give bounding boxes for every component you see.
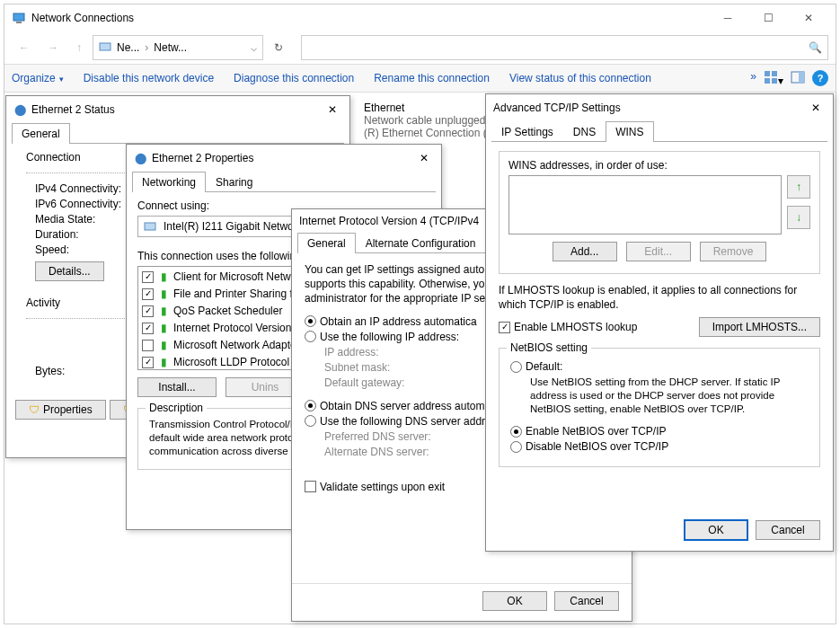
ok-button[interactable]: OK xyxy=(482,591,547,611)
protocol-icon: ▮ xyxy=(157,287,170,300)
up-icon[interactable]: ↑ xyxy=(69,38,89,57)
dialog-title: Ethernet 2 Status xyxy=(31,103,323,116)
shield-icon: 🛡 xyxy=(29,403,40,416)
validate-checkbox[interactable] xyxy=(305,481,316,492)
window-title: Network Connections xyxy=(31,12,708,24)
preview-pane-icon[interactable] xyxy=(791,70,805,87)
item-label: Microsoft Network Adapte xyxy=(173,339,296,351)
tab-general[interactable]: General xyxy=(297,233,356,253)
titlebar: Network Connections ─ ☐ ✕ xyxy=(4,4,836,31)
breadcrumb-part[interactable]: Netw... xyxy=(154,41,187,54)
minimize-button[interactable]: ─ xyxy=(708,5,747,31)
cancel-button[interactable]: Cancel xyxy=(756,520,820,540)
group-legend: Connection xyxy=(22,151,84,164)
netbios-enable-radio[interactable] xyxy=(510,426,522,438)
svg-rect-4 xyxy=(772,71,777,76)
install-button[interactable]: Install... xyxy=(137,377,217,397)
tab-general[interactable]: General xyxy=(12,123,70,144)
search-icon: 🔍 xyxy=(809,41,822,54)
rename-button[interactable]: Rename this connection xyxy=(374,72,490,84)
details-button[interactable]: Details... xyxy=(35,261,104,281)
close-icon[interactable]: ✕ xyxy=(414,150,434,166)
protocol-icon: ▮ xyxy=(157,322,170,334)
tab-dns[interactable]: DNS xyxy=(563,121,606,142)
svg-rect-8 xyxy=(799,72,804,83)
protocol-icon: ▮ xyxy=(157,305,170,317)
remove-button: Remove xyxy=(700,242,767,261)
item-checkbox[interactable] xyxy=(142,357,154,368)
properties-button[interactable]: 🛡Properties xyxy=(15,400,106,420)
group-legend: NetBIOS setting xyxy=(507,341,591,354)
item-checkbox[interactable] xyxy=(142,305,154,317)
move-up-button[interactable]: ↑ xyxy=(787,175,810,199)
chevron-right-icon: › xyxy=(145,41,148,54)
view-icon[interactable]: ▾ xyxy=(764,70,783,87)
add-button[interactable]: Add... xyxy=(553,242,617,261)
svg-rect-3 xyxy=(765,71,770,76)
item-label: File and Printer Sharing fo xyxy=(173,287,298,300)
dialog-title: Ethernet 2 Properties xyxy=(152,152,414,164)
view-status-button[interactable]: View status of this connection xyxy=(509,72,651,84)
search-input[interactable]: 🔍 xyxy=(301,35,828,60)
move-down-button[interactable]: ↓ xyxy=(787,206,810,229)
svg-rect-0 xyxy=(13,13,24,21)
diagnose-button[interactable]: Diagnose this connection xyxy=(234,72,354,84)
tab-sharing[interactable]: Sharing xyxy=(206,172,262,192)
breadcrumb[interactable]: Ne... › Netw... ⌵ xyxy=(93,35,263,60)
forward-icon: → xyxy=(40,38,66,57)
item-checkbox[interactable] xyxy=(142,271,154,283)
label: Speed: xyxy=(35,243,69,256)
cancel-button[interactable]: Cancel xyxy=(554,591,619,611)
list-item[interactable]: Ethernet Network cable unplugged (R) Eth… xyxy=(364,102,496,139)
adapter-icon: ⬤ xyxy=(13,103,26,116)
netbios-default-desc: Use NetBIOS setting from the DHCP server… xyxy=(530,376,809,416)
netbios-disable-radio[interactable] xyxy=(510,441,522,453)
refresh-icon[interactable]: ↻ xyxy=(267,38,290,57)
close-button[interactable]: ✕ xyxy=(789,5,828,31)
item-checkbox[interactable] xyxy=(142,323,154,334)
label: Duration: xyxy=(35,228,79,241)
command-bar: Organize Disable this network device Dia… xyxy=(4,64,836,93)
label: WINS addresses, in order of use: xyxy=(508,159,810,172)
disable-device-button[interactable]: Disable this network device xyxy=(84,72,214,84)
back-icon[interactable]: ← xyxy=(12,38,37,57)
help-icon[interactable]: ? xyxy=(812,70,828,86)
label: IPv6 Connectivity: xyxy=(35,198,121,210)
item-label: Client for Microsoft Network xyxy=(173,270,305,283)
obtain-dns-radio[interactable] xyxy=(305,400,316,411)
obtain-ip-radio[interactable] xyxy=(305,315,316,327)
import-lmhosts-button[interactable]: Import LMHOSTS... xyxy=(699,317,820,337)
app-icon xyxy=(12,11,26,25)
item-label: Microsoft LLDP Protocol xyxy=(173,356,289,368)
label: Media State: xyxy=(35,213,95,226)
breadcrumb-part[interactable]: Ne... xyxy=(117,41,139,54)
item-checkbox[interactable] xyxy=(142,340,154,351)
svg-rect-9 xyxy=(145,223,155,230)
netbios-default-radio[interactable] xyxy=(510,361,522,373)
enable-lmhosts-checkbox[interactable] xyxy=(499,322,510,333)
tab-wins[interactable]: WINS xyxy=(606,121,653,142)
svg-rect-5 xyxy=(765,78,770,84)
overflow-chevron-icon[interactable]: » xyxy=(750,70,756,87)
item-label: Internet Protocol Version 4 xyxy=(173,322,300,334)
use-ip-radio[interactable] xyxy=(305,331,316,342)
svg-rect-2 xyxy=(100,43,111,50)
ok-button[interactable]: OK xyxy=(684,519,748,541)
tab-alternate[interactable]: Alternate Configuration xyxy=(356,233,486,253)
protocol-icon: ▮ xyxy=(157,356,170,368)
use-dns-radio[interactable] xyxy=(305,415,316,427)
organize-menu[interactable]: Organize xyxy=(12,72,64,84)
chevron-down-icon[interactable]: ⌵ xyxy=(251,41,257,54)
close-icon[interactable]: ✕ xyxy=(323,102,342,118)
item-status: Network cable unplugged xyxy=(364,114,496,127)
item-checkbox[interactable] xyxy=(142,288,154,300)
tab-networking[interactable]: Networking xyxy=(132,172,206,192)
wins-listbox[interactable] xyxy=(508,175,782,234)
lmhosts-note: If LMHOSTS lookup is enabled, it applies… xyxy=(499,283,820,312)
maximize-button[interactable]: ☐ xyxy=(748,5,788,31)
svg-rect-6 xyxy=(772,78,777,84)
dialog-title: Advanced TCP/IP Settings xyxy=(493,102,806,114)
close-icon[interactable]: ✕ xyxy=(806,100,826,116)
tab-ip-settings[interactable]: IP Settings xyxy=(491,121,563,142)
svg-rect-1 xyxy=(16,22,22,23)
